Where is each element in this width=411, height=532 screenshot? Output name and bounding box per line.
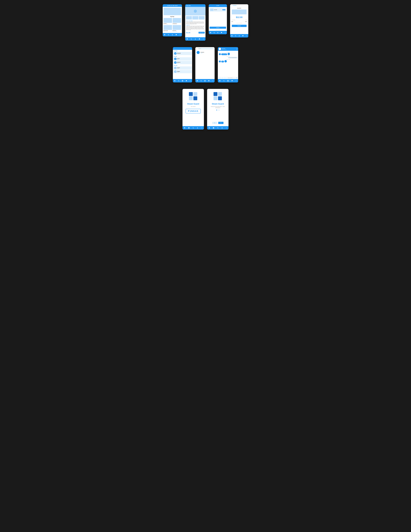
sg-2fa-content: Steam Guard Protect your account better … [207, 89, 229, 126]
nav-search-icon[interactable] [235, 35, 236, 37]
checkout-button[interactable]: Checkout [232, 25, 247, 27]
list-item[interactable]: idonter Away [173, 57, 192, 60]
nav-grid-icon[interactable] [174, 80, 176, 82]
nav-person-active-icon[interactable] [227, 80, 229, 82]
payment-game-name: Halo MCC [231, 8, 247, 9]
nav-grid-icon[interactable] [184, 127, 186, 129]
chat-text-input[interactable]: Type something... [227, 77, 235, 79]
send-button[interactable]: SEND [236, 77, 237, 78]
nav-grid-icon[interactable] [231, 35, 233, 37]
nav-search-icon[interactable] [168, 34, 169, 36]
bottom-navigation [209, 31, 227, 34]
nav-grid-icon[interactable] [164, 34, 166, 36]
nav-home-icon[interactable] [188, 127, 190, 129]
nav-search-icon[interactable] [213, 32, 215, 33]
nav-grid-icon[interactable] [208, 127, 210, 129]
list-item[interactable]: Boneworks Recently Updated [173, 25, 181, 31]
camera-icon[interactable] [218, 77, 220, 78]
nav-person-active-icon[interactable] [204, 80, 206, 82]
nav-grid-icon[interactable] [210, 32, 211, 33]
nav-chat-icon[interactable] [231, 80, 233, 82]
video-icon[interactable] [220, 77, 221, 78]
nav-settings-icon[interactable] [224, 32, 226, 33]
mic-icon[interactable] [224, 77, 225, 78]
nav-search-icon[interactable] [190, 38, 192, 40]
nav-person-icon[interactable] [221, 127, 223, 129]
svg-rect-10 [187, 39, 187, 39]
nav-person-icon[interactable] [217, 32, 219, 33]
list-item[interactable]: Ward1120 The Division 2 [173, 52, 192, 55]
star-icon[interactable]: ★ [236, 48, 237, 50]
location-icon[interactable] [222, 77, 223, 78]
message-avatar-placeholder-1 [228, 53, 230, 55]
goty-title: GAME OF THE YEAR [167, 5, 177, 6]
svg-rect-25 [232, 35, 233, 36]
nav-chat-icon[interactable] [186, 80, 187, 82]
nav-search-icon[interactable] [192, 127, 194, 129]
nav-person-icon[interactable] [197, 127, 198, 129]
bottom-navigation [218, 79, 238, 83]
sg-2fa-inner: Steam Guard Protect your account better … [207, 89, 229, 126]
halo-hero-video[interactable] [185, 7, 206, 15]
nav-chat-icon[interactable] [175, 34, 177, 36]
back-arrow-icon[interactable]: ← [231, 5, 232, 6]
list-item[interactable]: Dongus Offline [173, 66, 192, 70]
nav-settings-icon[interactable] [189, 80, 191, 82]
nav-settings-icon[interactable] [212, 80, 214, 82]
svg-point-34 [175, 62, 176, 63]
nav-search-icon[interactable] [178, 80, 179, 82]
chat-search-screen: ← Search Chungus Online [195, 47, 215, 83]
campaign-title: CAMPAIGN [186, 25, 205, 26]
nav-search-icon[interactable] [217, 127, 219, 129]
back-arrow-icon[interactable]: ← [174, 48, 175, 49]
add-to-cart-button[interactable]: ADD TO CART [198, 32, 205, 34]
friend-avatar [174, 58, 177, 60]
nav-grid-icon[interactable] [196, 80, 198, 82]
list-item[interactable]: The Division 2 The Division Play [173, 18, 181, 24]
nav-settings-icon[interactable] [225, 127, 227, 129]
nav-settings-icon[interactable] [246, 35, 247, 37]
play-button[interactable] [194, 10, 197, 12]
svg-line-58 [224, 81, 224, 81]
date-label-1: 11:50 AM · Today [218, 52, 237, 52]
dot-1 [216, 110, 217, 110]
nav-person-active-icon[interactable] [182, 80, 183, 82]
list-item[interactable]: Halo MCC SALE - 40% OFF [164, 18, 172, 24]
nav-chat-icon[interactable] [208, 80, 210, 82]
nav-person-icon[interactable] [238, 35, 240, 37]
nav-chat-icon[interactable] [221, 32, 222, 33]
nav-person-icon[interactable] [171, 34, 173, 36]
back-arrow-icon[interactable]: ← [196, 48, 197, 49]
nav-search-icon[interactable] [223, 80, 225, 82]
attachment-icon[interactable] [225, 77, 227, 78]
nav-chat-icon[interactable] [198, 38, 200, 40]
continue-shopping-link[interactable]: Continue Shopping [209, 29, 227, 30]
friend-info: Dongus Offline [177, 67, 180, 69]
list-item[interactable]: Dongus Offline [173, 70, 192, 73]
list-item[interactable]: Half Life: Alyx SALE - 40% OFF [164, 25, 172, 31]
search-input[interactable]: Search [198, 48, 214, 49]
continue-button[interactable]: Continue [210, 27, 226, 29]
row-1: GAME OF THE YEAR Big Rigs Halo MCC SALE … [163, 4, 248, 41]
steam-guard-code-screen: Steam Guard Your Code is P1NGA5 [182, 89, 204, 130]
yes-button[interactable]: Yes [218, 122, 224, 124]
nav-settings-icon[interactable] [203, 38, 204, 40]
bottom-navigation [163, 33, 182, 36]
nav-home-icon[interactable] [213, 127, 214, 129]
chat-user-avatar [219, 48, 221, 50]
nav-chat-icon[interactable] [242, 35, 244, 37]
no-button[interactable]: No [212, 122, 217, 124]
nav-grid-icon[interactable] [186, 38, 188, 40]
nav-grid-icon[interactable] [219, 80, 221, 82]
contact-name: Chungus [200, 52, 204, 53]
nav-settings-icon[interactable] [201, 127, 203, 129]
bottom-navigation [173, 79, 192, 83]
nav-person-icon[interactable] [195, 38, 196, 40]
nav-settings-icon[interactable] [235, 80, 237, 82]
nav-settings-icon[interactable] [179, 34, 181, 36]
nav-search-icon[interactable] [200, 80, 202, 82]
contact-item[interactable]: Chungus Online [195, 50, 215, 55]
list-item[interactable]: BEDDUR Away [173, 61, 192, 64]
friend-status: Away [177, 63, 180, 63]
svg-rect-1 [165, 34, 165, 35]
